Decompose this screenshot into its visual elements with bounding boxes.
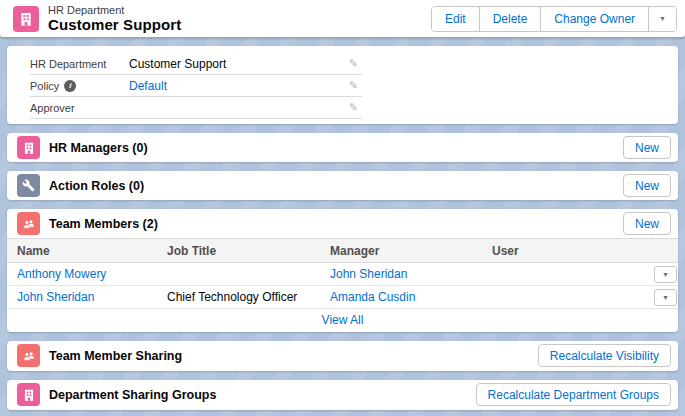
- team-members-card: Team Members (2) New Name Job Title Mana…: [7, 209, 678, 332]
- column-header-actions: [644, 239, 678, 263]
- section-title: Team Members (2): [49, 217, 158, 231]
- pencil-icon[interactable]: ✎: [349, 101, 362, 114]
- hr-managers-card: HR Managers (0) New: [7, 133, 678, 162]
- info-icon[interactable]: i: [64, 80, 76, 92]
- policy-value-link[interactable]: Default: [129, 79, 349, 93]
- chevron-down-icon: ▼: [659, 15, 666, 22]
- table-row: Anthony Mowery John Sheridan ▼: [7, 263, 678, 286]
- member-job-title: Chief Technology Officer: [157, 286, 320, 309]
- member-manager-link[interactable]: Amanda Cusdin: [330, 290, 415, 304]
- recalculate-visibility-button[interactable]: Recalculate Visibility: [538, 344, 671, 367]
- view-all-row: View All: [7, 309, 678, 332]
- column-header-name[interactable]: Name: [7, 239, 157, 263]
- action-roles-card: Action Roles (0) New: [7, 171, 678, 200]
- view-all-link[interactable]: View All: [322, 313, 364, 327]
- hr-managers-header: HR Managers (0) New: [7, 133, 678, 162]
- column-header-manager[interactable]: Manager: [320, 239, 482, 263]
- table-header-row: Name Job Title Manager User: [7, 239, 678, 263]
- field-row-approver: Approver ✎: [30, 97, 362, 119]
- team-members-table: Name Job Title Manager User Anthony Mowe…: [7, 238, 678, 332]
- recalculate-department-groups-button[interactable]: Recalculate Department Groups: [476, 383, 671, 406]
- pencil-icon[interactable]: ✎: [349, 57, 362, 70]
- record-header: HR Department Customer Support Edit Dele…: [0, 0, 685, 37]
- section-title: HR Managers (0): [49, 141, 148, 155]
- edit-button[interactable]: Edit: [432, 7, 479, 31]
- column-header-job-title[interactable]: Job Title: [157, 239, 320, 263]
- hr-managers-new-button[interactable]: New: [623, 136, 671, 159]
- page-title: Customer Support: [48, 16, 181, 33]
- building-icon: [17, 136, 40, 159]
- field-row-policy: Policy i Default ✎: [30, 75, 362, 97]
- member-name-link[interactable]: Anthony Mowery: [17, 267, 106, 281]
- pencil-icon[interactable]: ✎: [349, 79, 362, 92]
- member-user: [482, 286, 644, 309]
- chevron-down-icon: ▼: [662, 294, 669, 301]
- team-members-header: Team Members (2) New: [7, 209, 678, 238]
- member-manager-link[interactable]: John Sheridan: [330, 267, 407, 281]
- building-icon: [13, 6, 39, 32]
- member-name-link[interactable]: John Sheridan: [17, 290, 94, 304]
- people-icon: [17, 344, 40, 367]
- record-type-label: HR Department: [48, 4, 181, 17]
- team-member-sharing-header: Team Member Sharing Recalculate Visibili…: [7, 341, 678, 371]
- people-icon: [17, 212, 40, 235]
- action-roles-new-button[interactable]: New: [623, 174, 671, 197]
- team-member-sharing-card: Team Member Sharing Recalculate Visibili…: [7, 341, 678, 371]
- section-title: Team Member Sharing: [49, 349, 182, 363]
- department-sharing-groups-header: Department Sharing Groups Recalculate De…: [7, 380, 678, 410]
- action-roles-header: Action Roles (0) New: [7, 171, 678, 200]
- team-members-new-button[interactable]: New: [623, 212, 671, 235]
- building-icon: [17, 383, 40, 406]
- field-label: Policy i: [30, 80, 129, 92]
- delete-button[interactable]: Delete: [479, 7, 541, 31]
- field-row-hr-department: HR Department Customer Support ✎: [30, 53, 362, 75]
- more-actions-button[interactable]: ▼: [648, 7, 676, 31]
- member-job-title: [157, 263, 320, 286]
- record-header-text: HR Department Customer Support: [48, 4, 181, 34]
- change-owner-button[interactable]: Change Owner: [540, 7, 648, 31]
- department-sharing-groups-card: Department Sharing Groups Recalculate De…: [7, 380, 678, 410]
- field-label: HR Department: [30, 58, 129, 70]
- field-label: Approver: [30, 102, 129, 114]
- section-title: Department Sharing Groups: [49, 388, 216, 402]
- record-action-group: Edit Delete Change Owner ▼: [431, 6, 677, 32]
- wrench-icon: [17, 174, 40, 197]
- field-value: Customer Support: [129, 57, 349, 71]
- section-title: Action Roles (0): [49, 179, 144, 193]
- column-header-user[interactable]: User: [482, 239, 644, 263]
- record-details-card: HR Department Customer Support ✎ Policy …: [7, 46, 678, 124]
- member-user: [482, 263, 644, 286]
- row-actions-button[interactable]: ▼: [654, 266, 677, 283]
- table-row: John Sheridan Chief Technology Officer A…: [7, 286, 678, 309]
- chevron-down-icon: ▼: [662, 271, 669, 278]
- row-actions-button[interactable]: ▼: [654, 289, 677, 306]
